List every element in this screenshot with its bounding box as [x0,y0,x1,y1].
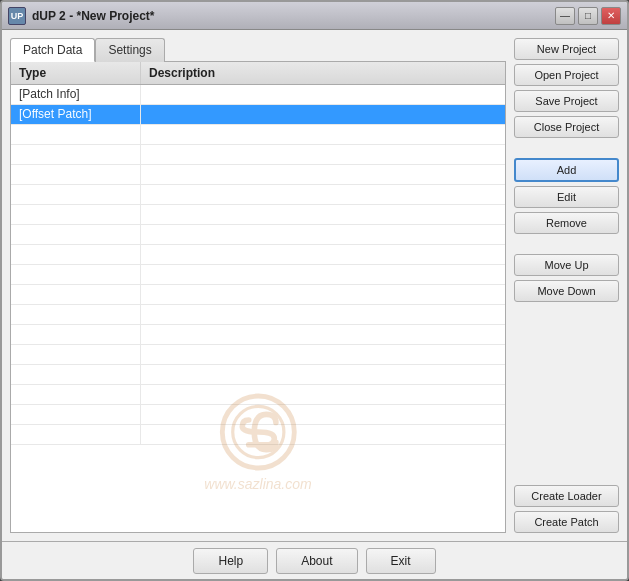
edit-button[interactable]: Edit [514,186,619,208]
save-project-button[interactable]: Save Project [514,90,619,112]
maximize-button[interactable]: □ [578,7,598,25]
table-row [11,425,505,445]
table-row [11,285,505,305]
table-row[interactable]: [Patch Info] [11,85,505,105]
help-button[interactable]: Help [193,548,268,574]
move-down-button[interactable]: Move Down [514,280,619,302]
table-row [11,385,505,405]
create-loader-button[interactable]: Create Loader [514,485,619,507]
cell-description [141,85,505,104]
about-button[interactable]: About [276,548,357,574]
table-body: [Patch Info] [Offset Patch] [11,85,505,532]
table-row[interactable]: [Offset Patch] [11,105,505,125]
new-project-button[interactable]: New Project [514,38,619,60]
tab-bar: Patch Data Settings [10,38,506,62]
tab-patch-data[interactable]: Patch Data [10,38,95,62]
column-type: Type [11,62,141,84]
window-controls: — □ ✕ [555,7,621,25]
move-up-button[interactable]: Move Up [514,254,619,276]
flex-spacer [514,306,619,481]
table-row [11,125,505,145]
exit-button[interactable]: Exit [366,548,436,574]
cell-description [141,105,505,124]
remove-button[interactable]: Remove [514,212,619,234]
table-row [11,225,505,245]
table-header: Type Description [11,62,505,85]
table-row [11,145,505,165]
main-window: UP dUP 2 - *New Project* — □ ✕ Patch Dat… [0,0,629,581]
edit-buttons: Add Edit Remove [514,158,619,234]
left-panel: Patch Data Settings Type Description [Pa… [10,38,506,533]
project-buttons: New Project Open Project Save Project Cl… [514,38,619,138]
window-title: dUP 2 - *New Project* [32,9,555,23]
create-patch-button[interactable]: Create Patch [514,511,619,533]
column-description: Description [141,62,505,84]
table-row [11,205,505,225]
spacer-1 [514,142,619,154]
table-row [11,345,505,365]
create-buttons: Create Loader Create Patch [514,485,619,533]
right-panel: New Project Open Project Save Project Cl… [514,38,619,533]
open-project-button[interactable]: Open Project [514,64,619,86]
cell-type: [Offset Patch] [11,105,141,124]
bottom-bar: Help About Exit [2,541,627,579]
table-row [11,325,505,345]
patch-table: Type Description [Patch Info] [Offset Pa… [10,61,506,533]
tab-settings[interactable]: Settings [95,38,164,62]
main-content: Patch Data Settings Type Description [Pa… [2,30,627,541]
minimize-button[interactable]: — [555,7,575,25]
spacer-2 [514,238,619,250]
app-icon: UP [8,7,26,25]
cell-type: [Patch Info] [11,85,141,104]
close-project-button[interactable]: Close Project [514,116,619,138]
table-row [11,185,505,205]
table-row [11,365,505,385]
table-row [11,165,505,185]
table-row [11,245,505,265]
title-bar: UP dUP 2 - *New Project* — □ ✕ [2,2,627,30]
move-buttons: Move Up Move Down [514,254,619,302]
table-row [11,405,505,425]
add-button[interactable]: Add [514,158,619,182]
table-row [11,265,505,285]
close-button[interactable]: ✕ [601,7,621,25]
table-row [11,305,505,325]
